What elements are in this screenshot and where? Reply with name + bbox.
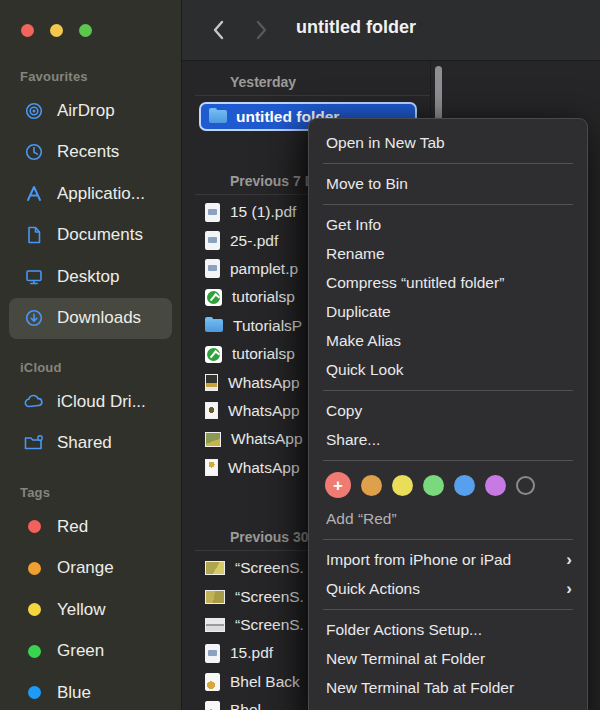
sidebar-item-label: Green xyxy=(57,641,104,661)
file-name: WhatsApp xyxy=(231,430,303,448)
airdrop-icon xyxy=(22,100,46,122)
image-thumbnail-icon xyxy=(205,459,218,476)
sidebar-section-tags: Tags xyxy=(20,485,181,500)
finder-sidebar: Favourites AirDrop Recents Applicatio...… xyxy=(0,0,182,710)
menu-item-new-terminal-tab-at-folder[interactable]: New Terminal Tab at Folder xyxy=(309,673,587,702)
sidebar-section-icloud: iCloud xyxy=(20,360,181,375)
sidebar-tag-red[interactable]: Red xyxy=(9,506,172,548)
file-name: tutorialsp xyxy=(232,288,295,306)
file-name: pamplet.p xyxy=(230,260,298,278)
sidebar-item-label: Orange xyxy=(57,558,114,578)
pdf-file-icon xyxy=(205,644,220,663)
menu-item-open-in-new-tab[interactable]: Open in New Tab xyxy=(309,128,587,157)
menu-item-quick-look[interactable]: Quick Look xyxy=(309,355,587,384)
recents-icon xyxy=(22,141,46,163)
image-thumbnail-icon xyxy=(205,673,220,691)
icloud-icon xyxy=(22,391,46,413)
submenu-chevron-icon: › xyxy=(566,580,572,597)
close-window-button[interactable] xyxy=(21,24,34,37)
menu-separator xyxy=(323,163,573,164)
yellow-tag-icon xyxy=(22,599,46,621)
sidebar-item-desktop[interactable]: Desktop xyxy=(9,256,172,298)
sidebar-item-icloud-drive[interactable]: iCloud Dri... xyxy=(9,381,172,423)
menu-item-move-to-bin[interactable]: Move to Bin xyxy=(309,169,587,198)
sidebar-tag-yellow[interactable]: Yellow xyxy=(9,589,172,631)
file-name: WhatsApp xyxy=(228,459,300,477)
sidebar-tag-green[interactable]: Green xyxy=(9,631,172,673)
back-button[interactable] xyxy=(208,17,230,43)
sidebar-item-label: Desktop xyxy=(57,267,119,287)
menu-item-import-from-iphone[interactable]: Import from iPhone or iPad › xyxy=(309,545,587,574)
menu-item-duplicate[interactable]: Duplicate xyxy=(309,297,587,326)
file-name: “ScreenS. xyxy=(235,559,304,577)
menu-item-compress[interactable]: Compress “untitled folder” xyxy=(309,268,587,297)
sidebar-item-label: Applicatio... xyxy=(57,184,145,204)
file-name: 15 (1).pdf xyxy=(230,203,296,221)
sidebar-tag-orange[interactable]: Orange xyxy=(9,548,172,590)
downloads-icon xyxy=(22,307,46,329)
shared-folder-icon xyxy=(22,432,46,454)
menu-item-add-red-tag[interactable]: Add “Red” xyxy=(309,504,587,533)
image-thumbnail-icon xyxy=(205,590,225,604)
window-controls xyxy=(0,24,181,37)
sidebar-item-documents[interactable]: Documents xyxy=(9,215,172,257)
file-name: Bhel xyxy=(230,701,261,710)
sidebar-item-label: Recents xyxy=(57,142,119,162)
image-thumbnail-icon xyxy=(205,561,225,575)
zoom-window-button[interactable] xyxy=(79,24,92,37)
menu-item-quick-actions[interactable]: Quick Actions › xyxy=(309,574,587,603)
file-name: 25-.pdf xyxy=(230,232,278,250)
submenu-chevron-icon: › xyxy=(566,551,572,568)
tag-color-row: + xyxy=(309,466,587,504)
file-name: TutorialsP xyxy=(233,317,302,335)
menu-separator xyxy=(323,539,573,540)
tag-blue-button[interactable] xyxy=(454,475,475,496)
image-thumbnail-icon xyxy=(205,701,220,710)
menu-item-folder-actions-setup[interactable]: Folder Actions Setup... xyxy=(309,615,587,644)
sidebar-item-airdrop[interactable]: AirDrop xyxy=(9,90,172,132)
applications-icon xyxy=(22,183,46,205)
menu-item-rename[interactable]: Rename xyxy=(309,239,587,268)
image-thumbnail-icon xyxy=(205,402,218,419)
web-document-icon xyxy=(205,346,222,363)
pdf-file-icon xyxy=(205,203,220,222)
pdf-file-icon xyxy=(205,231,220,250)
sidebar-tag-blue[interactable]: Blue xyxy=(9,672,172,710)
sidebar-item-applications[interactable]: Applicatio... xyxy=(9,173,172,215)
menu-item-copy[interactable]: Copy xyxy=(309,396,587,425)
file-name: WhatsApp xyxy=(228,374,300,392)
orange-tag-icon xyxy=(22,557,46,579)
sidebar-item-label: Documents xyxy=(57,225,143,245)
tag-yellow-button[interactable] xyxy=(392,475,413,496)
sidebar-item-label: Blue xyxy=(57,683,91,703)
plus-icon: + xyxy=(333,477,343,494)
menu-item-make-alias[interactable]: Make Alias xyxy=(309,326,587,355)
menu-separator xyxy=(323,609,573,610)
file-name: Bhel Back xyxy=(230,673,300,691)
sidebar-item-recents[interactable]: Recents xyxy=(9,132,172,174)
menu-item-share[interactable]: Share... xyxy=(309,425,587,454)
tag-red-add-button[interactable]: + xyxy=(325,472,351,498)
minimize-window-button[interactable] xyxy=(50,24,63,37)
title-bar: untitled folder xyxy=(182,0,600,61)
menu-separator xyxy=(323,390,573,391)
sidebar-item-label: Shared xyxy=(57,433,112,453)
context-menu: Open in New Tab Move to Bin Get Info Ren… xyxy=(308,118,588,710)
red-tag-icon xyxy=(22,516,46,538)
forward-button[interactable] xyxy=(250,17,272,43)
menu-separator xyxy=(323,204,573,205)
folder-icon xyxy=(205,319,223,332)
tag-green-button[interactable] xyxy=(423,475,444,496)
sidebar-item-shared[interactable]: Shared xyxy=(9,423,172,465)
menu-item-get-info[interactable]: Get Info xyxy=(309,210,587,239)
group-separator xyxy=(195,95,430,96)
image-thumbnail-icon xyxy=(205,374,218,391)
tag-none-button[interactable] xyxy=(516,476,535,495)
sidebar-item-downloads[interactable]: Downloads xyxy=(9,298,172,340)
sidebar-item-label: Downloads xyxy=(57,308,141,328)
file-name: 15.pdf xyxy=(230,644,273,662)
tag-purple-button[interactable] xyxy=(485,475,506,496)
tag-orange-button[interactable] xyxy=(361,475,382,496)
menu-item-new-terminal-at-folder[interactable]: New Terminal at Folder xyxy=(309,644,587,673)
sidebar-item-label: Yellow xyxy=(57,600,106,620)
